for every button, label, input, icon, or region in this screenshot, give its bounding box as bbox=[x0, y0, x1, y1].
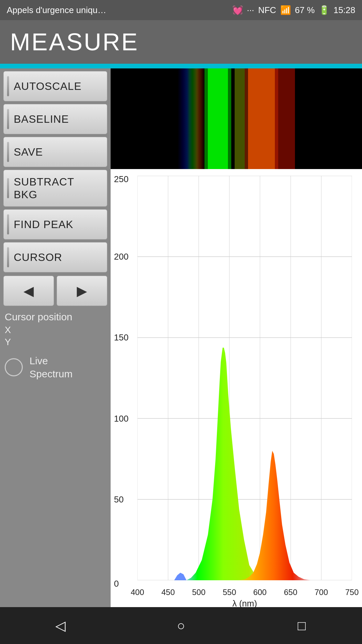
live-spectrum-circle bbox=[5, 358, 23, 376]
x-label-750: 750 bbox=[345, 588, 359, 597]
svg-rect-7 bbox=[275, 68, 295, 169]
save-label: SAVE bbox=[14, 146, 43, 158]
baseline-button[interactable]: BASELINE bbox=[3, 104, 107, 134]
home-icon: ○ bbox=[177, 618, 185, 633]
subtract-bkg-label: SUBTRACTBKG bbox=[14, 175, 74, 201]
x-axis-title: λ (nm) bbox=[232, 598, 257, 609]
x-label-550: 550 bbox=[223, 588, 236, 597]
svg-marker-22 bbox=[174, 573, 187, 580]
nfc-label: NFC bbox=[258, 5, 276, 15]
x-label-700: 700 bbox=[314, 588, 328, 597]
y-label-250: 250 bbox=[114, 174, 128, 184]
cyan-divider bbox=[0, 64, 362, 68]
live-spectrum-toggle[interactable]: LiveSpectrum bbox=[0, 347, 111, 380]
main-content: AUTOSCALE BASELINE SAVE SUBTRACTBKG FIND… bbox=[0, 68, 362, 607]
status-right: 💓 ··· NFC 📶 67 % 🔋 15:28 bbox=[232, 5, 355, 15]
x-label-600: 600 bbox=[253, 588, 266, 597]
find-peak-label: FIND PEAK bbox=[14, 218, 73, 231]
chart-inner: 250 200 150 100 50 0 400 450 500 550 600… bbox=[137, 176, 352, 580]
back-icon: ◁ bbox=[55, 618, 66, 633]
heartrate-icon: 💓 bbox=[232, 5, 243, 15]
find-peak-button[interactable]: FIND PEAK bbox=[3, 209, 107, 239]
arrow-left-button[interactable]: ◀ bbox=[3, 276, 54, 306]
save-button[interactable]: SAVE bbox=[3, 137, 107, 167]
cursor-y-label: Y bbox=[5, 337, 106, 347]
recent-icon: □ bbox=[298, 618, 306, 633]
cursor-button[interactable]: CURSOR bbox=[3, 242, 107, 272]
y-label-50: 50 bbox=[114, 494, 124, 504]
cursor-x-label: X bbox=[5, 325, 106, 335]
y-label-150: 150 bbox=[114, 332, 128, 343]
cursor-label: CURSOR bbox=[14, 251, 62, 264]
autoscale-button[interactable]: AUTOSCALE bbox=[3, 71, 107, 101]
svg-rect-3 bbox=[204, 68, 231, 169]
cursor-info: Cursor position X Y bbox=[0, 306, 111, 347]
time-display: 15:28 bbox=[334, 5, 355, 15]
x-label-650: 650 bbox=[284, 588, 297, 597]
spectrum-chart-svg bbox=[137, 176, 352, 580]
orange-peak bbox=[239, 451, 311, 580]
green-peak bbox=[180, 348, 266, 580]
svg-rect-1 bbox=[178, 68, 204, 169]
arrow-right-icon: ▶ bbox=[77, 283, 87, 299]
arrow-row: ◀ ▶ bbox=[0, 272, 111, 306]
home-button[interactable]: ○ bbox=[168, 612, 194, 639]
battery-percent: 67 % bbox=[295, 5, 315, 15]
signal-icon: 📶 bbox=[280, 5, 291, 15]
y-label-100: 100 bbox=[114, 413, 128, 424]
live-spectrum-label: LiveSpectrum bbox=[29, 354, 72, 380]
spectrum-image bbox=[111, 68, 362, 169]
nav-bar: ◁ ○ □ bbox=[0, 607, 362, 644]
cursor-position-label: Cursor position bbox=[5, 311, 106, 323]
svg-rect-4 bbox=[235, 68, 245, 169]
header: MEASURE bbox=[0, 20, 362, 64]
x-label-500: 500 bbox=[192, 588, 205, 597]
y-label-0: 0 bbox=[114, 579, 119, 589]
arrow-right-button[interactable]: ▶ bbox=[57, 276, 107, 306]
arrow-left-icon: ◀ bbox=[23, 283, 34, 299]
status-notification: Appels d'urgence uniqu… bbox=[7, 5, 232, 15]
right-content: 250 200 150 100 50 0 400 450 500 550 600… bbox=[111, 68, 362, 607]
back-button[interactable]: ◁ bbox=[47, 612, 74, 639]
recent-button[interactable]: □ bbox=[288, 612, 315, 639]
y-label-200: 200 bbox=[114, 252, 128, 262]
baseline-label: BASELINE bbox=[14, 113, 69, 125]
battery-icon: 🔋 bbox=[319, 5, 329, 15]
status-dots: ··· bbox=[247, 5, 254, 15]
page-title: MEASURE bbox=[10, 28, 139, 56]
svg-rect-6 bbox=[245, 68, 278, 169]
x-label-400: 400 bbox=[131, 588, 144, 597]
status-bar: Appels d'urgence uniqu… 💓 ··· NFC 📶 67 %… bbox=[0, 0, 362, 20]
spectrum-svg bbox=[111, 68, 362, 169]
sidebar: AUTOSCALE BASELINE SAVE SUBTRACTBKG FIND… bbox=[0, 68, 111, 607]
subtract-bkg-button[interactable]: SUBTRACTBKG bbox=[3, 170, 107, 207]
chart-area: 250 200 150 100 50 0 400 450 500 550 600… bbox=[111, 169, 362, 607]
autoscale-label: AUTOSCALE bbox=[14, 80, 81, 93]
x-label-450: 450 bbox=[161, 588, 175, 597]
